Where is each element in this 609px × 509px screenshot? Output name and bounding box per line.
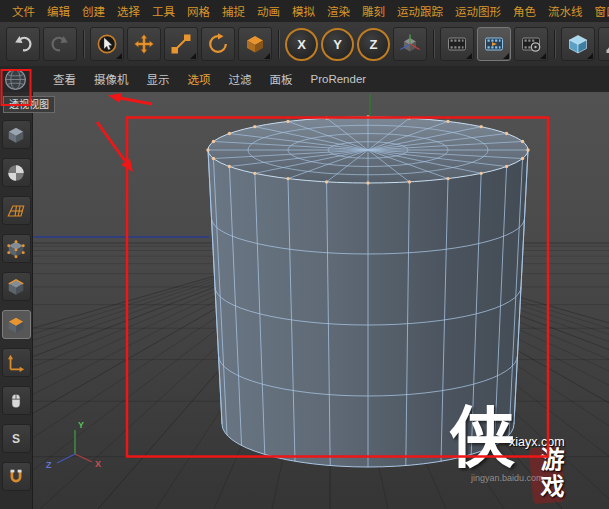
render-view-button[interactable] — [440, 27, 474, 61]
menu-item-character[interactable]: 角色 — [507, 3, 542, 19]
svg-text:X: X — [95, 459, 101, 469]
menu-item-simulate[interactable]: 模拟 — [286, 3, 321, 19]
polygons-mode-icon — [6, 315, 26, 335]
redo-icon — [49, 33, 71, 55]
menu-item-motion-tracker[interactable]: 运动跟踪 — [391, 3, 449, 19]
flyout-corner — [466, 53, 472, 59]
menu-item-snap[interactable]: 捕捉 — [216, 3, 251, 19]
menu-item-pipeline[interactable]: 流水线 — [542, 3, 589, 19]
y-axis-lock-button[interactable]: Y — [321, 28, 354, 61]
render-settings-button[interactable] — [514, 27, 548, 61]
viewport-3d-scene: YXZ — [33, 92, 609, 509]
recent-tool-button[interactable] — [238, 27, 272, 61]
z-axis-label: Z — [370, 37, 378, 52]
points-mode-button[interactable] — [2, 234, 31, 263]
points-mode-icon — [6, 239, 26, 259]
vp-menu-options[interactable]: 选项 — [179, 71, 220, 87]
menu-item-file[interactable]: 文件 — [6, 3, 41, 19]
recent-tool-icon — [244, 33, 266, 55]
flyout-corner — [190, 53, 196, 59]
vp-menu-prorender[interactable]: ProRender — [302, 73, 376, 85]
texture-mode-icon — [6, 163, 26, 183]
render-picture-viewer-icon — [483, 33, 505, 55]
rotate-tool-icon — [207, 33, 229, 55]
spline-pen-button[interactable] — [598, 27, 609, 61]
move-tool-icon — [133, 33, 155, 55]
menu-item-window[interactable]: 窗口 — [589, 3, 609, 19]
move-tool-button[interactable] — [127, 27, 161, 61]
toolbar-separator — [275, 27, 282, 61]
menu-item-sculpt[interactable]: 雕刻 — [356, 3, 391, 19]
y-axis-label: Y — [333, 37, 342, 52]
workplane-mode-icon — [6, 201, 26, 221]
left-mode-toolbar: S — [0, 92, 33, 509]
vp-menu-filter[interactable]: 过滤 — [220, 71, 261, 87]
cube-primitive-icon — [567, 33, 589, 55]
menu-item-mograph[interactable]: 运动图形 — [449, 3, 507, 19]
coordinate-system-button[interactable] — [393, 27, 427, 61]
view-label: 透视视图 — [3, 96, 55, 113]
svg-text:Y: Y — [78, 420, 84, 430]
coordinate-system-icon — [399, 33, 421, 55]
cinema4d-window: { "menu_bar": { "items": ["文件","编辑","创建"… — [0, 0, 609, 509]
add-primitive-button[interactable] — [561, 27, 595, 61]
model-mode-icon — [6, 125, 26, 145]
menu-item-select[interactable]: 选择 — [111, 3, 146, 19]
axis-mode-icon — [6, 353, 26, 373]
s-badge-button[interactable]: S — [2, 424, 31, 453]
vp-menu-display[interactable]: 显示 — [138, 71, 179, 87]
menu-bar: 文件 编辑 创建 选择 工具 网格 捕捉 动画 模拟 渲染 雕刻 运动跟踪 运动… — [0, 0, 609, 23]
model-mode-button[interactable] — [2, 120, 31, 149]
viewport-menu-bar: 查看 摄像机 显示 选项 过滤 面板 ProRender — [0, 66, 609, 93]
menu-item-edit[interactable]: 编辑 — [41, 3, 76, 19]
z-axis-lock-button[interactable]: Z — [357, 28, 390, 61]
live-selection-icon — [96, 33, 118, 55]
undo-icon — [12, 33, 34, 55]
flyout-corner — [540, 53, 546, 59]
viewport-layout-globe-icon[interactable] — [3, 67, 28, 92]
menu-item-tools[interactable]: 工具 — [146, 3, 181, 19]
flyout-corner — [116, 53, 122, 59]
viewport-canvas[interactable]: YXZ 侠 游戏 xiayx.com jingyan.baidu.com — [33, 92, 609, 509]
x-axis-label: X — [297, 37, 306, 52]
main-toolbar: X Y Z — [0, 22, 609, 67]
scale-tool-button[interactable] — [164, 27, 198, 61]
render-picture-viewer-button[interactable] — [477, 27, 511, 61]
undo-button[interactable] — [6, 27, 40, 61]
menu-item-animation[interactable]: 动画 — [251, 3, 286, 19]
flyout-corner — [587, 53, 593, 59]
menu-item-mesh[interactable]: 网格 — [181, 3, 216, 19]
flyout-corner — [503, 53, 509, 59]
vp-menu-cameras[interactable]: 摄像机 — [85, 71, 138, 87]
rotate-tool-button[interactable] — [201, 27, 235, 61]
menu-item-render[interactable]: 渲染 — [321, 3, 356, 19]
mouse-icon — [6, 391, 26, 411]
viewport-solo-button[interactable] — [2, 386, 31, 415]
render-view-icon — [446, 33, 468, 55]
edges-mode-icon — [6, 277, 26, 297]
spline-pen-icon — [604, 33, 609, 55]
live-selection-button[interactable] — [90, 27, 124, 61]
workplane-mode-button[interactable] — [2, 196, 31, 225]
edges-mode-button[interactable] — [2, 272, 31, 301]
toolbar-separator — [551, 27, 558, 61]
vp-menu-view[interactable]: 查看 — [44, 71, 85, 87]
x-axis-lock-button[interactable]: X — [285, 28, 318, 61]
toolbar-separator — [430, 27, 437, 61]
menu-item-create[interactable]: 创建 — [76, 3, 111, 19]
magnet-icon — [6, 467, 26, 487]
toolbar-separator — [80, 27, 87, 61]
s-badge-label: S — [12, 432, 20, 446]
enable-snap-button[interactable] — [2, 462, 31, 491]
svg-text:Z: Z — [46, 460, 52, 470]
render-settings-icon — [520, 33, 542, 55]
flyout-corner — [264, 53, 270, 59]
polygons-mode-button[interactable] — [2, 310, 31, 339]
texture-mode-button[interactable] — [2, 158, 31, 187]
vp-menu-panel[interactable]: 面板 — [261, 71, 302, 87]
enable-axis-button[interactable] — [2, 348, 31, 377]
scale-tool-icon — [170, 33, 192, 55]
redo-button[interactable] — [43, 27, 77, 61]
